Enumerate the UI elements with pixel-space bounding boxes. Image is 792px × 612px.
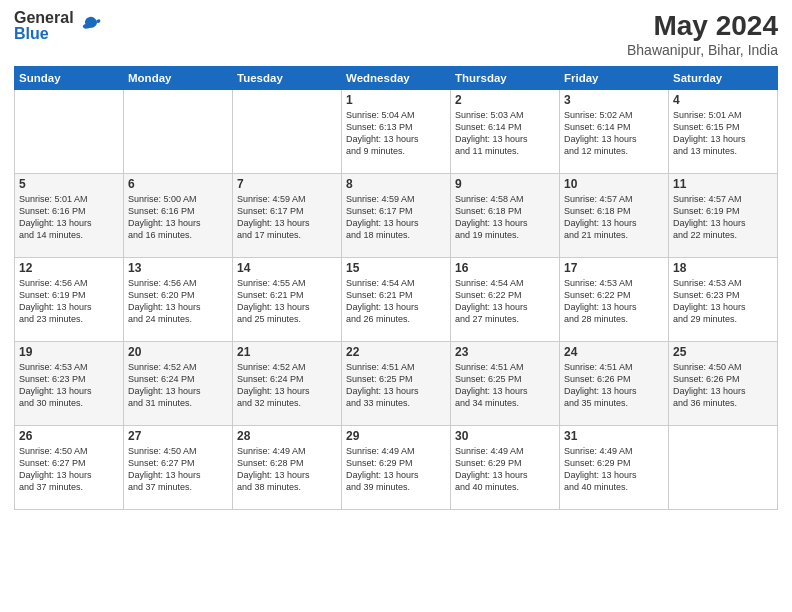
day-number: 23 bbox=[455, 345, 555, 359]
day-cell bbox=[669, 426, 778, 510]
day-info: Sunrise: 4:53 AM Sunset: 6:23 PM Dayligh… bbox=[673, 277, 773, 326]
day-cell: 22Sunrise: 4:51 AM Sunset: 6:25 PM Dayli… bbox=[342, 342, 451, 426]
day-number: 2 bbox=[455, 93, 555, 107]
day-number: 3 bbox=[564, 93, 664, 107]
day-number: 11 bbox=[673, 177, 773, 191]
day-number: 7 bbox=[237, 177, 337, 191]
day-info: Sunrise: 4:55 AM Sunset: 6:21 PM Dayligh… bbox=[237, 277, 337, 326]
day-number: 15 bbox=[346, 261, 446, 275]
day-info: Sunrise: 4:57 AM Sunset: 6:18 PM Dayligh… bbox=[564, 193, 664, 242]
day-cell: 30Sunrise: 4:49 AM Sunset: 6:29 PM Dayli… bbox=[451, 426, 560, 510]
week-row-3: 12Sunrise: 4:56 AM Sunset: 6:19 PM Dayli… bbox=[15, 258, 778, 342]
day-info: Sunrise: 5:01 AM Sunset: 6:16 PM Dayligh… bbox=[19, 193, 119, 242]
day-cell bbox=[124, 90, 233, 174]
day-cell: 20Sunrise: 4:52 AM Sunset: 6:24 PM Dayli… bbox=[124, 342, 233, 426]
header-row: SundayMondayTuesdayWednesdayThursdayFrid… bbox=[15, 67, 778, 90]
day-info: Sunrise: 4:51 AM Sunset: 6:25 PM Dayligh… bbox=[455, 361, 555, 410]
day-number: 25 bbox=[673, 345, 773, 359]
day-number: 8 bbox=[346, 177, 446, 191]
day-cell: 7Sunrise: 4:59 AM Sunset: 6:17 PM Daylig… bbox=[233, 174, 342, 258]
day-number: 4 bbox=[673, 93, 773, 107]
day-number: 13 bbox=[128, 261, 228, 275]
day-cell: 15Sunrise: 4:54 AM Sunset: 6:21 PM Dayli… bbox=[342, 258, 451, 342]
day-cell: 24Sunrise: 4:51 AM Sunset: 6:26 PM Dayli… bbox=[560, 342, 669, 426]
day-info: Sunrise: 5:00 AM Sunset: 6:16 PM Dayligh… bbox=[128, 193, 228, 242]
day-cell: 5Sunrise: 5:01 AM Sunset: 6:16 PM Daylig… bbox=[15, 174, 124, 258]
day-cell: 13Sunrise: 4:56 AM Sunset: 6:20 PM Dayli… bbox=[124, 258, 233, 342]
day-info: Sunrise: 4:50 AM Sunset: 6:26 PM Dayligh… bbox=[673, 361, 773, 410]
day-info: Sunrise: 5:01 AM Sunset: 6:15 PM Dayligh… bbox=[673, 109, 773, 158]
header-cell-tuesday: Tuesday bbox=[233, 67, 342, 90]
logo-text: General Blue bbox=[14, 10, 74, 42]
logo-general: General bbox=[14, 10, 74, 26]
day-cell bbox=[233, 90, 342, 174]
day-cell: 16Sunrise: 4:54 AM Sunset: 6:22 PM Dayli… bbox=[451, 258, 560, 342]
day-number: 10 bbox=[564, 177, 664, 191]
day-cell: 26Sunrise: 4:50 AM Sunset: 6:27 PM Dayli… bbox=[15, 426, 124, 510]
day-number: 6 bbox=[128, 177, 228, 191]
header-cell-wednesday: Wednesday bbox=[342, 67, 451, 90]
logo: General Blue bbox=[14, 10, 102, 42]
header-cell-saturday: Saturday bbox=[669, 67, 778, 90]
week-row-1: 1Sunrise: 5:04 AM Sunset: 6:13 PM Daylig… bbox=[15, 90, 778, 174]
day-info: Sunrise: 4:50 AM Sunset: 6:27 PM Dayligh… bbox=[19, 445, 119, 494]
week-row-5: 26Sunrise: 4:50 AM Sunset: 6:27 PM Dayli… bbox=[15, 426, 778, 510]
day-cell: 23Sunrise: 4:51 AM Sunset: 6:25 PM Dayli… bbox=[451, 342, 560, 426]
day-number: 18 bbox=[673, 261, 773, 275]
day-info: Sunrise: 4:51 AM Sunset: 6:26 PM Dayligh… bbox=[564, 361, 664, 410]
day-cell: 12Sunrise: 4:56 AM Sunset: 6:19 PM Dayli… bbox=[15, 258, 124, 342]
header-cell-sunday: Sunday bbox=[15, 67, 124, 90]
day-info: Sunrise: 4:49 AM Sunset: 6:29 PM Dayligh… bbox=[455, 445, 555, 494]
day-info: Sunrise: 4:49 AM Sunset: 6:29 PM Dayligh… bbox=[564, 445, 664, 494]
day-number: 9 bbox=[455, 177, 555, 191]
page: General Blue May 2024 Bhawanipur, Bihar,… bbox=[0, 0, 792, 612]
day-number: 1 bbox=[346, 93, 446, 107]
title-section: May 2024 Bhawanipur, Bihar, India bbox=[627, 10, 778, 58]
day-number: 14 bbox=[237, 261, 337, 275]
day-number: 26 bbox=[19, 429, 119, 443]
day-cell: 28Sunrise: 4:49 AM Sunset: 6:28 PM Dayli… bbox=[233, 426, 342, 510]
logo-bird-icon bbox=[80, 15, 102, 37]
day-info: Sunrise: 4:52 AM Sunset: 6:24 PM Dayligh… bbox=[237, 361, 337, 410]
day-cell: 17Sunrise: 4:53 AM Sunset: 6:22 PM Dayli… bbox=[560, 258, 669, 342]
day-info: Sunrise: 5:03 AM Sunset: 6:14 PM Dayligh… bbox=[455, 109, 555, 158]
day-info: Sunrise: 4:50 AM Sunset: 6:27 PM Dayligh… bbox=[128, 445, 228, 494]
day-number: 21 bbox=[237, 345, 337, 359]
week-row-2: 5Sunrise: 5:01 AM Sunset: 6:16 PM Daylig… bbox=[15, 174, 778, 258]
header-cell-thursday: Thursday bbox=[451, 67, 560, 90]
day-cell: 2Sunrise: 5:03 AM Sunset: 6:14 PM Daylig… bbox=[451, 90, 560, 174]
day-number: 28 bbox=[237, 429, 337, 443]
day-info: Sunrise: 5:04 AM Sunset: 6:13 PM Dayligh… bbox=[346, 109, 446, 158]
day-cell: 3Sunrise: 5:02 AM Sunset: 6:14 PM Daylig… bbox=[560, 90, 669, 174]
day-number: 29 bbox=[346, 429, 446, 443]
day-info: Sunrise: 4:58 AM Sunset: 6:18 PM Dayligh… bbox=[455, 193, 555, 242]
day-info: Sunrise: 4:49 AM Sunset: 6:29 PM Dayligh… bbox=[346, 445, 446, 494]
day-info: Sunrise: 4:57 AM Sunset: 6:19 PM Dayligh… bbox=[673, 193, 773, 242]
day-info: Sunrise: 4:56 AM Sunset: 6:19 PM Dayligh… bbox=[19, 277, 119, 326]
day-cell: 31Sunrise: 4:49 AM Sunset: 6:29 PM Dayli… bbox=[560, 426, 669, 510]
day-cell: 4Sunrise: 5:01 AM Sunset: 6:15 PM Daylig… bbox=[669, 90, 778, 174]
day-number: 27 bbox=[128, 429, 228, 443]
day-cell: 10Sunrise: 4:57 AM Sunset: 6:18 PM Dayli… bbox=[560, 174, 669, 258]
day-cell: 8Sunrise: 4:59 AM Sunset: 6:17 PM Daylig… bbox=[342, 174, 451, 258]
day-cell: 19Sunrise: 4:53 AM Sunset: 6:23 PM Dayli… bbox=[15, 342, 124, 426]
day-number: 20 bbox=[128, 345, 228, 359]
day-info: Sunrise: 4:59 AM Sunset: 6:17 PM Dayligh… bbox=[237, 193, 337, 242]
day-info: Sunrise: 4:59 AM Sunset: 6:17 PM Dayligh… bbox=[346, 193, 446, 242]
day-info: Sunrise: 4:53 AM Sunset: 6:22 PM Dayligh… bbox=[564, 277, 664, 326]
day-number: 31 bbox=[564, 429, 664, 443]
header-cell-monday: Monday bbox=[124, 67, 233, 90]
day-info: Sunrise: 4:54 AM Sunset: 6:22 PM Dayligh… bbox=[455, 277, 555, 326]
day-cell: 27Sunrise: 4:50 AM Sunset: 6:27 PM Dayli… bbox=[124, 426, 233, 510]
header: General Blue May 2024 Bhawanipur, Bihar,… bbox=[14, 10, 778, 58]
day-cell bbox=[15, 90, 124, 174]
week-row-4: 19Sunrise: 4:53 AM Sunset: 6:23 PM Dayli… bbox=[15, 342, 778, 426]
day-info: Sunrise: 4:56 AM Sunset: 6:20 PM Dayligh… bbox=[128, 277, 228, 326]
day-number: 22 bbox=[346, 345, 446, 359]
day-number: 30 bbox=[455, 429, 555, 443]
day-info: Sunrise: 4:51 AM Sunset: 6:25 PM Dayligh… bbox=[346, 361, 446, 410]
day-number: 17 bbox=[564, 261, 664, 275]
day-cell: 25Sunrise: 4:50 AM Sunset: 6:26 PM Dayli… bbox=[669, 342, 778, 426]
day-cell: 9Sunrise: 4:58 AM Sunset: 6:18 PM Daylig… bbox=[451, 174, 560, 258]
day-info: Sunrise: 4:53 AM Sunset: 6:23 PM Dayligh… bbox=[19, 361, 119, 410]
